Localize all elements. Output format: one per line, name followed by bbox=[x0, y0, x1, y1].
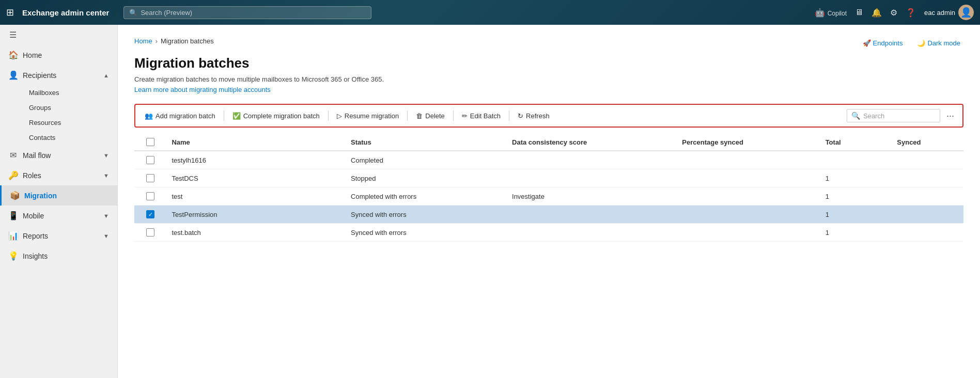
sidebar-item-contacts[interactable]: Contacts bbox=[23, 130, 117, 145]
copilot-button[interactable]: 🤖 Copilot bbox=[815, 8, 847, 18]
column-header-total: Total bbox=[820, 134, 892, 151]
toolbar-right: 🔍 ··· bbox=[847, 109, 957, 122]
breadcrumb: Home › Migration batches bbox=[134, 37, 214, 45]
sidebar-item-label: Mobile bbox=[23, 212, 44, 220]
chevron-down-icon: ▼ bbox=[103, 152, 109, 159]
row-synced bbox=[892, 206, 963, 224]
row-pct bbox=[677, 206, 820, 224]
toolbar-separator-2 bbox=[328, 111, 329, 121]
help-icon[interactable]: ❓ bbox=[906, 8, 916, 18]
action-toolbar: 👥 Add migration batch ✅ Complete migrati… bbox=[134, 104, 963, 128]
waffle-icon[interactable]: ⊞ bbox=[6, 7, 14, 18]
row-pct bbox=[677, 187, 820, 206]
toolbar-separator-3 bbox=[407, 111, 408, 121]
row-pct bbox=[677, 224, 820, 242]
row-dcs[interactable]: Investigate bbox=[507, 187, 677, 206]
sidebar-item-reports[interactable]: 📊 Reports ▼ bbox=[0, 226, 117, 246]
page-description: Create migration batches to move multipl… bbox=[134, 75, 963, 83]
toolbar-separator-4 bbox=[453, 111, 454, 121]
refresh-icon: ↻ bbox=[518, 112, 523, 120]
table-row[interactable]: ✓TestPermissionSynced with errors1 bbox=[134, 206, 963, 224]
monitor-icon[interactable]: 🖥 bbox=[855, 8, 863, 17]
sidebar-item-mailflow[interactable]: ✉ Mail flow ▼ bbox=[0, 145, 117, 165]
sidebar-item-roles[interactable]: 🔑 Roles ▼ bbox=[0, 165, 117, 185]
table-row[interactable]: TestDCSStopped1 bbox=[134, 169, 963, 187]
sidebar-item-label: Migration bbox=[24, 192, 57, 200]
row-checkbox[interactable] bbox=[146, 174, 154, 182]
main-content: Home › Migration batches 🚀 Endpoints 🌙 D… bbox=[118, 25, 980, 378]
row-synced bbox=[892, 169, 963, 187]
row-synced bbox=[892, 151, 963, 169]
global-search[interactable]: 🔍 bbox=[123, 6, 371, 19]
table-search-input[interactable] bbox=[863, 112, 936, 120]
row-total bbox=[820, 151, 892, 169]
chevron-down-icon: ▼ bbox=[103, 172, 109, 179]
sidebar: ☰ 🏠 Home 👤 Recipients ▲ Mailboxes Groups… bbox=[0, 25, 118, 378]
breadcrumb-home[interactable]: Home bbox=[134, 37, 152, 45]
column-header-name: Name bbox=[166, 134, 346, 151]
global-search-input[interactable] bbox=[141, 9, 366, 17]
delete-icon: 🗑 bbox=[416, 112, 423, 120]
add-batch-icon: 👥 bbox=[145, 112, 153, 120]
bell-icon[interactable]: 🔔 bbox=[872, 8, 882, 18]
table-header-row: Name Status Data consistency score Perce… bbox=[134, 134, 963, 151]
recipients-submenu: Mailboxes Groups Resources Contacts bbox=[0, 85, 117, 145]
toolbar-separator bbox=[224, 111, 224, 121]
add-batch-label: Add migration batch bbox=[155, 112, 215, 120]
endpoints-button[interactable]: 🚀 Endpoints bbox=[860, 37, 906, 49]
complete-migration-batch-button[interactable]: ✅ Complete migration batch bbox=[228, 109, 324, 122]
darkmode-button[interactable]: 🌙 Dark mode bbox=[914, 37, 963, 49]
resume-icon: ▷ bbox=[337, 112, 342, 120]
row-checkbox[interactable]: ✓ bbox=[146, 210, 154, 218]
column-header-pct: Percentage synced bbox=[677, 134, 820, 151]
edit-batch-label: Edit Batch bbox=[470, 112, 501, 120]
row-pct bbox=[677, 151, 820, 169]
learn-more-link[interactable]: Learn more about migrating multiple acco… bbox=[134, 86, 271, 93]
user-menu[interactable]: eac admin 👤 bbox=[924, 5, 974, 20]
row-status: Synced with errors bbox=[346, 224, 507, 242]
row-checkbox-cell bbox=[134, 224, 166, 242]
table-row[interactable]: test.batchSynced with errors1 bbox=[134, 224, 963, 242]
more-options-button[interactable]: ··· bbox=[943, 109, 957, 122]
top-nav-right: 🤖 Copilot 🖥 🔔 ⚙ ❓ eac admin 👤 bbox=[815, 5, 974, 20]
row-checkbox[interactable] bbox=[146, 156, 154, 164]
edit-batch-button[interactable]: ✏ Edit Batch bbox=[458, 109, 505, 122]
row-total: 1 bbox=[820, 206, 892, 224]
column-header-synced: Synced bbox=[892, 134, 963, 151]
sidebar-collapse-button[interactable]: ☰ bbox=[0, 25, 117, 45]
row-checkbox-cell bbox=[134, 151, 166, 169]
table-row[interactable]: testylh1616Completed bbox=[134, 151, 963, 169]
sidebar-item-recipients[interactable]: 👤 Recipients ▲ bbox=[0, 65, 117, 85]
sidebar-item-mailboxes[interactable]: Mailboxes bbox=[23, 85, 117, 100]
delete-button[interactable]: 🗑 Delete bbox=[412, 109, 449, 122]
select-all-checkbox[interactable] bbox=[146, 138, 154, 146]
row-dcs bbox=[507, 224, 677, 242]
endpoints-icon: 🚀 bbox=[863, 39, 871, 47]
insights-icon: 💡 bbox=[8, 251, 18, 261]
add-migration-batch-button[interactable]: 👥 Add migration batch bbox=[141, 109, 220, 122]
select-all-header[interactable] bbox=[134, 134, 166, 151]
row-status: Stopped bbox=[346, 169, 507, 187]
table-row[interactable]: testCompleted with errorsInvestigate1 bbox=[134, 187, 963, 206]
row-synced bbox=[892, 224, 963, 242]
sidebar-item-home[interactable]: 🏠 Home bbox=[0, 45, 117, 65]
settings-icon[interactable]: ⚙ bbox=[890, 8, 897, 18]
sidebar-item-groups[interactable]: Groups bbox=[23, 100, 117, 115]
person-icon: 👤 bbox=[8, 70, 18, 80]
resume-migration-button[interactable]: ▷ Resume migration bbox=[333, 109, 403, 122]
row-synced bbox=[892, 187, 963, 206]
chart-icon: 📊 bbox=[8, 231, 18, 241]
sidebar-item-insights[interactable]: 💡 Insights bbox=[0, 246, 117, 266]
sidebar-item-mobile[interactable]: 📱 Mobile ▼ bbox=[0, 206, 117, 226]
row-checkbox[interactable] bbox=[146, 228, 154, 237]
row-name: test bbox=[166, 187, 346, 206]
sidebar-item-label: Roles bbox=[23, 171, 41, 180]
sidebar-item-migration[interactable]: 📦 Migration bbox=[0, 185, 117, 206]
row-checkbox[interactable] bbox=[146, 192, 154, 200]
row-dcs bbox=[507, 206, 677, 224]
refresh-button[interactable]: ↻ Refresh bbox=[514, 109, 554, 122]
column-header-dcs: Data consistency score bbox=[507, 134, 677, 151]
table-search[interactable]: 🔍 bbox=[847, 109, 940, 122]
breadcrumb-separator: › bbox=[155, 37, 158, 45]
sidebar-item-resources[interactable]: Resources bbox=[23, 115, 117, 130]
